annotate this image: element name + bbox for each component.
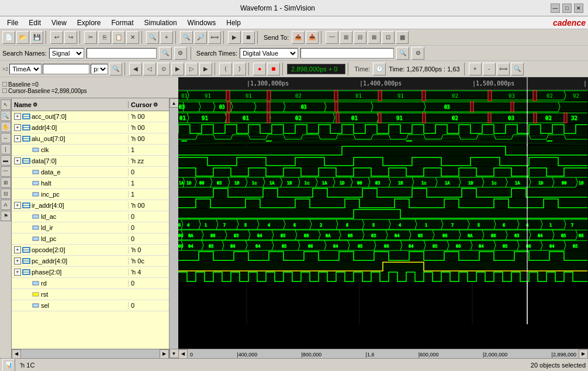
hscroll-left[interactable]: ◀ [12, 349, 21, 359]
tool-baseline[interactable]: ▬ [1, 155, 11, 166]
signal-row-12[interactable]: +opcode[2:0]'h 0 [12, 245, 169, 256]
tb-zoom-fit2[interactable]: ⟺ [497, 63, 510, 75]
signal-row-13[interactable]: +pc_addr[4:0]'h 0c [12, 256, 169, 267]
tb-prev[interactable]: ◁ [143, 63, 156, 75]
tool-wave[interactable]: 〰 [1, 166, 11, 177]
tb-zoom-search[interactable]: 🔍 [511, 63, 524, 75]
time-select[interactable]: TimeA [9, 64, 41, 74]
tb-undo[interactable]: ↩ [50, 31, 63, 44]
search-times-options[interactable]: ⚙ [411, 47, 424, 60]
tool-zoom[interactable]: 🔍 [1, 111, 11, 121]
menu-format[interactable]: Format [107, 18, 139, 28]
signal-row-10[interactable]: ld_ir0 [12, 222, 169, 233]
name-col-settings[interactable]: ⚙ [33, 102, 37, 108]
signal-row-5[interactable]: data_e0 [12, 167, 169, 178]
signal-row-6[interactable]: halt1 [12, 178, 169, 189]
hscroll-track[interactable] [21, 349, 160, 359]
tb-zoom-in[interactable]: 🔍 [180, 31, 193, 44]
wf-scroll-right[interactable]: ▶ [579, 349, 588, 359]
close-button[interactable]: ✕ [574, 4, 583, 13]
tb-wave5[interactable]: ⊡ [382, 31, 395, 44]
signal-row-0[interactable]: +acc_out[7:0]'h 00 [12, 111, 169, 122]
expand-btn-8[interactable]: + [14, 202, 21, 209]
status-icon[interactable]: 📊 [2, 359, 15, 372]
search-names-input[interactable] [87, 48, 157, 59]
menu-view[interactable]: View [47, 18, 71, 28]
tb-record2[interactable]: ⏺ [267, 63, 280, 75]
tb-open[interactable]: 📂 [16, 31, 29, 44]
signal-row-1[interactable]: +addr[4:0]'h 00 [12, 122, 169, 133]
tb-copy[interactable]: ⎘ [98, 31, 111, 44]
waveform-area[interactable]: |1,300,000ps |1,400,000ps |1,500,000ps |… [178, 77, 588, 358]
tb-new[interactable]: 📄 [2, 31, 15, 44]
tb-delete[interactable]: ✕ [126, 31, 139, 44]
menu-explore[interactable]: Explore [72, 18, 106, 28]
expand-btn-0[interactable]: + [14, 113, 21, 120]
tool-label[interactable]: A [1, 200, 11, 210]
vscroll-bar[interactable]: ▲ ▼ [169, 98, 178, 358]
tb-save[interactable]: 💾 [30, 31, 43, 44]
vscroll-down[interactable]: ▼ [170, 349, 179, 358]
tb-cursor-next[interactable]: ⟩ [233, 63, 246, 75]
signal-row-16[interactable]: rst [12, 289, 169, 300]
tb-zoom-in2[interactable]: + [469, 63, 482, 75]
tb-stop[interactable]: ⏹ [242, 31, 255, 44]
waveform-canvas[interactable]: 01 91 01 02 01 91 02 03 02 [178, 90, 588, 349]
tb-time-zoom[interactable]: 🔍 [109, 63, 122, 75]
tb-play[interactable]: ▶ [228, 31, 241, 44]
vscroll-track[interactable] [170, 108, 179, 349]
signal-row-8[interactable]: +ir_addr[4:0]'h 00 [12, 200, 169, 211]
signal-row-7[interactable]: inc_pc1 [12, 189, 169, 200]
tb-wave4[interactable]: ⊠ [368, 31, 381, 44]
menu-help[interactable]: Help [222, 18, 245, 28]
wf-scroll-left[interactable]: ◀ [178, 349, 188, 359]
signal-row-15[interactable]: rd0 [12, 278, 169, 289]
menu-windows[interactable]: Windows [183, 18, 221, 28]
search-names-type[interactable]: Signal [49, 48, 84, 59]
tool-marker[interactable]: ⚑ [1, 211, 11, 221]
expand-btn-2[interactable]: + [14, 135, 21, 142]
signal-row-4[interactable]: +data[7:0]'h zz [12, 156, 169, 167]
search-names-go[interactable]: 🔍 [159, 47, 172, 60]
tb-time-icon[interactable]: 🕐 [373, 63, 386, 75]
tool-expand[interactable]: ⊞ [1, 177, 11, 188]
expand-btn-12[interactable]: + [14, 246, 21, 253]
search-times-type[interactable]: Digital Value [240, 48, 298, 59]
maximize-button[interactable]: □ [562, 4, 572, 13]
tb-next[interactable]: ▷ [185, 63, 198, 75]
tool-pointer[interactable]: ↖ [1, 99, 11, 110]
signal-row-17[interactable]: sel0 [12, 300, 169, 311]
signal-row-14[interactable]: +phase[2:0]'h 4 [12, 267, 169, 278]
tb-zoom-out2[interactable]: - [483, 63, 496, 75]
hscroll-right[interactable]: ▶ [160, 349, 169, 359]
tb-zoom-out[interactable]: 🔎 [194, 31, 207, 44]
tb-wave6[interactable]: ▦ [396, 31, 409, 44]
tb-redo[interactable]: ↪ [64, 31, 77, 44]
signal-row-2[interactable]: +alu_out[7:0]'h 00 [12, 133, 169, 145]
waveform-hscroll[interactable]: ◀ 0 |400,000 |800,000 |1,6 |600,000 |2,0… [178, 349, 588, 358]
tool-pan[interactable]: ✋ [1, 122, 11, 132]
wf-scroll-track[interactable]: 0 |400,000 |800,000 |1,6 |600,000 |2,000… [188, 349, 579, 359]
vscroll-up[interactable]: ▲ [170, 98, 179, 108]
search-names-options[interactable]: ⚙ [174, 47, 187, 60]
signal-hscroll[interactable]: ◀ ▶ [12, 349, 169, 358]
tb-send2[interactable]: 📥 [306, 31, 319, 44]
expand-btn-14[interactable]: + [14, 269, 21, 276]
tb-prev-edge[interactable]: ◀ [129, 63, 142, 75]
time-unit-select[interactable]: ps [91, 64, 108, 74]
tool-grid[interactable]: ⊟ [1, 188, 11, 199]
tb-signal-add[interactable]: + [160, 31, 173, 44]
minimize-button[interactable]: — [551, 4, 560, 13]
tb-cursor-prev[interactable]: ⟨ [219, 63, 232, 75]
tb-play-wave[interactable]: ▶ [171, 63, 184, 75]
tb-send1[interactable]: 📤 [292, 31, 305, 44]
tb-find[interactable]: 🔍 [146, 31, 159, 44]
tb-wave3[interactable]: ⊟ [354, 31, 366, 44]
menu-file[interactable]: File [2, 18, 23, 28]
signal-row-3[interactable]: clk1 [12, 145, 169, 156]
tb-next-edge[interactable]: ▶ [199, 63, 212, 75]
signal-row-11[interactable]: ld_pc0 [12, 233, 169, 245]
tool-measure[interactable]: ↔ [1, 133, 11, 143]
tb-zoom-fit[interactable]: ⟺ [208, 31, 221, 44]
time-value-input[interactable]: 2,896,000 [43, 64, 89, 74]
